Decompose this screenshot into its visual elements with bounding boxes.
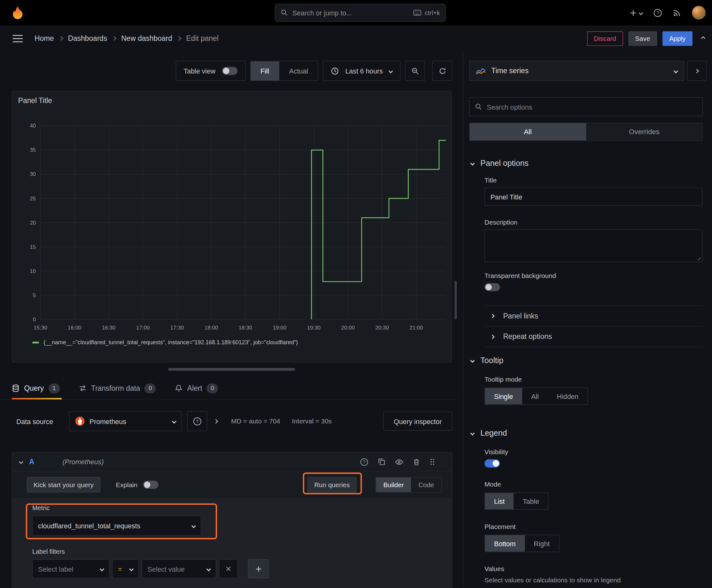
chevron-right-icon bbox=[178, 37, 181, 40]
svg-text:?: ? bbox=[196, 418, 198, 424]
add-filter-button[interactable] bbox=[248, 560, 269, 579]
chart-legend[interactable]: {__name__="cloudflared_tunnel_total_requ… bbox=[33, 339, 298, 345]
transparent-background-label: Transparent background bbox=[484, 272, 556, 279]
legend-header[interactable]: Legend bbox=[471, 428, 507, 438]
panel-links-row[interactable]: Panel links bbox=[484, 305, 703, 327]
table-view-control[interactable]: Table view bbox=[175, 61, 245, 81]
tab-transform-label: Transform data bbox=[91, 384, 140, 392]
panel-options-header[interactable]: Panel options bbox=[471, 159, 528, 168]
collapse-query-icon[interactable] bbox=[19, 460, 23, 464]
help-circle-icon[interactable]: ? bbox=[360, 458, 368, 466]
table-view-toggle[interactable] bbox=[222, 67, 237, 75]
tooltip-mode-single[interactable]: Single bbox=[485, 388, 522, 404]
user-avatar[interactable] bbox=[692, 6, 706, 19]
legend-series-swatch bbox=[33, 342, 39, 344]
chevron-right-icon bbox=[113, 37, 116, 40]
svg-text:0: 0 bbox=[33, 316, 36, 322]
visualization-picker[interactable]: Time series bbox=[469, 61, 684, 81]
datasource-help-button[interactable]: ? bbox=[187, 411, 207, 431]
tab-transform[interactable]: Transform data 0 bbox=[79, 377, 156, 400]
actual-option[interactable]: Actual bbox=[279, 61, 318, 80]
zoom-out-button[interactable] bbox=[405, 61, 425, 81]
run-queries-button[interactable]: Run queries bbox=[307, 477, 356, 492]
select-label-dropdown[interactable]: Select label bbox=[33, 560, 110, 579]
code-option[interactable]: Code bbox=[411, 478, 441, 492]
legend-placement-bottom[interactable]: Bottom bbox=[485, 535, 525, 551]
query-inspector-button[interactable]: Query inspector bbox=[383, 412, 452, 430]
repeat-options-row[interactable]: Repeat options bbox=[484, 327, 703, 348]
tab-overrides[interactable]: Overrides bbox=[586, 123, 703, 141]
breadcrumb-new-dashboard[interactable]: New dashboard bbox=[121, 34, 172, 42]
top-nav-bar: Search or jump to... ctrl+k ? bbox=[0, 0, 712, 25]
tab-all-options[interactable]: All bbox=[470, 123, 586, 141]
eye-icon[interactable] bbox=[395, 458, 403, 466]
description-textarea[interactable] bbox=[484, 229, 702, 262]
legend-placement-right[interactable]: Right bbox=[524, 535, 559, 551]
visualization-name: Time series bbox=[491, 67, 528, 75]
trash-icon[interactable] bbox=[413, 458, 420, 465]
explain-toggle[interactable] bbox=[143, 481, 158, 489]
tab-alert-label: Alert bbox=[188, 384, 202, 392]
operator-dropdown[interactable]: = bbox=[112, 560, 139, 579]
editor-tabbar: Query 1 Transform data 0 Alert 0 bbox=[0, 377, 459, 400]
metric-value: cloudflared_tunnel_total_requests bbox=[38, 522, 141, 530]
query-row-header[interactable]: A (Prometheus) ? bbox=[12, 453, 452, 472]
apply-button[interactable]: Apply bbox=[662, 31, 693, 45]
tooltip-mode-group: Single All Hidden bbox=[484, 387, 588, 405]
vertical-scrollbar[interactable] bbox=[455, 281, 457, 319]
menu-toggle-icon[interactable] bbox=[13, 35, 23, 42]
time-range-picker[interactable]: Last 6 hours bbox=[323, 61, 401, 81]
refresh-button[interactable] bbox=[432, 61, 452, 81]
options-search-input[interactable] bbox=[487, 103, 697, 111]
query-ref-id: A bbox=[29, 458, 35, 466]
collapse-header-button[interactable] bbox=[702, 37, 705, 40]
select-value-dropdown[interactable]: Select value bbox=[142, 560, 216, 579]
tab-query[interactable]: Query 1 bbox=[12, 377, 60, 400]
breadcrumb-home[interactable]: Home bbox=[35, 34, 54, 42]
label-filter-row: Select label = Select value bbox=[33, 560, 452, 579]
tab-alert[interactable]: Alert 0 bbox=[175, 377, 218, 400]
legend-mode-label: Mode bbox=[484, 481, 501, 488]
topbar-actions: ? bbox=[629, 0, 706, 25]
news-broadcast-button[interactable] bbox=[673, 8, 681, 17]
legend-visibility-toggle[interactable] bbox=[484, 459, 500, 467]
options-search[interactable] bbox=[469, 97, 703, 117]
duplicate-icon[interactable] bbox=[377, 458, 386, 466]
datasource-value: Prometheus bbox=[89, 417, 126, 425]
discard-button[interactable]: Discard bbox=[587, 31, 623, 45]
remove-filter-button[interactable] bbox=[219, 560, 238, 579]
datasource-picker[interactable]: Prometheus bbox=[69, 411, 182, 431]
grafana-logo-icon[interactable] bbox=[10, 5, 25, 20]
svg-text:18:30: 18:30 bbox=[239, 324, 252, 331]
kick-start-button[interactable]: Kick start your query bbox=[27, 477, 101, 492]
panel-resize-handle[interactable] bbox=[168, 368, 295, 371]
transparent-background-toggle[interactable] bbox=[484, 283, 500, 291]
tooltip-mode-hidden[interactable]: Hidden bbox=[548, 388, 588, 404]
legend-mode-list[interactable]: List bbox=[485, 493, 514, 509]
timeseries-chart[interactable]: 051015202530354015:3016:0016:3017:0017:3… bbox=[17, 118, 448, 337]
legend-placement-label: Placement bbox=[484, 523, 516, 530]
help-button[interactable]: ? bbox=[653, 8, 662, 17]
breadcrumb-dashboards[interactable]: Dashboards bbox=[68, 34, 107, 42]
tooltip-mode-all[interactable]: All bbox=[522, 388, 548, 404]
drag-handle-icon[interactable] bbox=[429, 458, 434, 466]
label-filters-block: Label filters Select label = S bbox=[33, 548, 452, 578]
global-search-button[interactable]: Search or jump to... ctrl+k bbox=[275, 4, 446, 22]
collapse-options-button[interactable] bbox=[687, 61, 706, 81]
visibility-label: Visibility bbox=[484, 448, 508, 456]
query-options-expand[interactable] bbox=[214, 420, 218, 423]
legend-mode-table[interactable]: Table bbox=[514, 493, 548, 509]
panel-title-input[interactable] bbox=[484, 188, 702, 206]
panel-preview[interactable]: Panel Title 051015202530354015:3016:0016… bbox=[12, 91, 452, 362]
metric-select[interactable]: cloudflared_tunnel_total_requests bbox=[33, 516, 201, 536]
fill-option[interactable]: Fill bbox=[251, 61, 279, 80]
svg-text:20: 20 bbox=[30, 219, 36, 226]
chevron-down-icon bbox=[100, 567, 104, 571]
save-button[interactable]: Save bbox=[628, 31, 657, 45]
interval-stat: Interval = 30s bbox=[292, 417, 331, 425]
new-menu-button[interactable] bbox=[629, 9, 643, 17]
tooltip-header[interactable]: Tooltip bbox=[471, 356, 503, 365]
legend-values-label: Values bbox=[484, 565, 504, 572]
builder-option[interactable]: Builder bbox=[376, 478, 411, 492]
chevron-up-icon bbox=[701, 36, 706, 41]
